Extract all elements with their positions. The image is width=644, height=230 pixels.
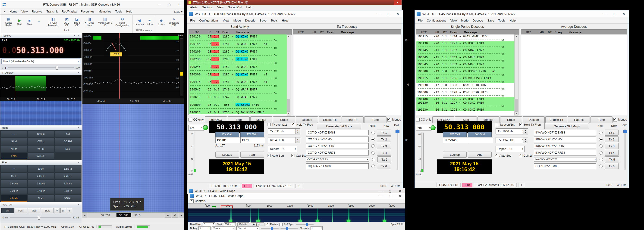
action-button[interactable]: Erase bbox=[500, 116, 522, 123]
tx-select-radio[interactable] bbox=[372, 131, 375, 134]
tx-select-radio[interactable] bbox=[599, 138, 602, 141]
tx-select-radio[interactable] bbox=[372, 151, 375, 155]
ribbon-button[interactable]: ▦ Select Radio bbox=[2, 17, 14, 27]
decode-row[interactable]: 6m bbox=[416, 94, 514, 97]
decode-row[interactable]: 190545-160.91740~CQ WR4F EM77 bbox=[189, 87, 287, 91]
cq-only-checkbox[interactable]: CQ only bbox=[188, 118, 204, 121]
filter-button[interactable]: 4.0kHz bbox=[1, 195, 27, 202]
maximize-button[interactable]: ▢ bbox=[383, 10, 393, 17]
pwr-slider[interactable] bbox=[395, 129, 400, 170]
controls-checkbox[interactable]: Controls bbox=[190, 200, 206, 203]
tx-select-radio[interactable] bbox=[372, 144, 375, 148]
ribbon-button[interactable]: ◩ AGC Off bbox=[62, 17, 72, 27]
pwr-slider[interactable] bbox=[623, 129, 627, 170]
tx-even-checkbox[interactable]: Tx even/1st bbox=[495, 123, 514, 126]
ribbon-button[interactable]: ◪ Bias-T Off bbox=[72, 17, 82, 27]
decode-row[interactable]: 190930-170.01300~K5WE K3XO +06 bbox=[416, 83, 514, 87]
rx-freq-spinner[interactable]: Rx 1948 Hz▲▼ bbox=[496, 137, 524, 143]
action-button[interactable]: Tune bbox=[590, 116, 612, 123]
tx-button[interactable]: Tx 3 bbox=[377, 143, 391, 149]
waterfall-zero-slider[interactable] bbox=[280, 228, 298, 229]
menu-item[interactable]: Transmit bbox=[44, 9, 60, 14]
if-display-header[interactable]: IF Display▾ bbox=[0, 70, 82, 75]
tx-message-field[interactable]: IK0VWO KD7YZ EM88 bbox=[534, 130, 596, 135]
menu-item[interactable]: Sound ON bbox=[226, 5, 244, 9]
scroll-right-icon[interactable]: ► bbox=[179, 213, 184, 218]
undo-icon[interactable]: ↺ bbox=[54, 208, 60, 213]
tx-select-radio[interactable] bbox=[599, 131, 602, 134]
filter-button[interactable]: 2.8kHz bbox=[28, 180, 54, 187]
tx-button[interactable]: Tx 4 bbox=[605, 150, 618, 156]
auto-seq-checkbox[interactable]: Auto Seq bbox=[267, 154, 284, 157]
agc-button[interactable]: Slow bbox=[41, 208, 54, 213]
tx-button[interactable]: Tx 5 bbox=[605, 156, 619, 162]
close-button[interactable]: ✕ bbox=[619, 10, 629, 17]
agc-button[interactable]: Fast bbox=[14, 208, 27, 213]
rx-panel-body[interactable] bbox=[293, 34, 401, 115]
scroll-down-icon[interactable]: ▼ bbox=[514, 113, 518, 115]
decode-row[interactable]: 190345-150.11762~CQ WR4F EM77 bbox=[416, 55, 514, 59]
tx-select-radio[interactable] bbox=[372, 138, 375, 141]
menu-item[interactable]: Home bbox=[8, 9, 19, 14]
tx-button[interactable]: Tx 5 bbox=[378, 156, 391, 162]
waterfall-gain-slider[interactable] bbox=[261, 228, 279, 229]
visual-gain-slider[interactable] bbox=[180, 38, 184, 96]
decode-row[interactable]: 190800-160.9856~CQ K3SWZ FN10 bbox=[189, 103, 287, 106]
hold-tx-checkbox[interactable]: Hold Tx Freq bbox=[520, 123, 541, 126]
mode-button[interactable]: USB bbox=[1, 153, 27, 160]
menu-item[interactable]: Help bbox=[124, 9, 134, 14]
decode-row[interactable]: 6m bbox=[416, 73, 514, 76]
generate-msgs-button[interactable]: Generate Std Msgs bbox=[544, 123, 589, 129]
decode-row[interactable]: 6m bbox=[189, 61, 287, 65]
report-spinner[interactable]: Report -15▲▼ bbox=[496, 146, 524, 152]
mode-header[interactable]: Mode▾ bbox=[0, 125, 82, 130]
menu-item[interactable]: Configurations bbox=[425, 18, 448, 23]
add-button[interactable]: Add bbox=[468, 152, 492, 158]
agc-button[interactable]: Med bbox=[28, 208, 40, 213]
band-select[interactable]: 6m▾ bbox=[188, 125, 204, 131]
scroll-down-icon[interactable]: ▼ bbox=[287, 113, 290, 115]
volume-slider[interactable] bbox=[8, 67, 74, 68]
mode-button[interactable]: AM bbox=[55, 131, 81, 137]
mode-button[interactable]: N-FM bbox=[1, 145, 27, 152]
rx-panel-body[interactable] bbox=[521, 34, 627, 115]
ribbon-button[interactable]: ◀ Previous bbox=[134, 18, 144, 26]
menu-item[interactable]: Rec/Playba bbox=[60, 9, 79, 14]
decode-row[interactable]: 6m bbox=[189, 106, 287, 110]
menus-checkbox[interactable]: Menus bbox=[614, 118, 627, 121]
tx-freq-spinner[interactable]: Tx 1040 Hz▲▼ bbox=[496, 128, 524, 134]
filter-button[interactable]: ••• bbox=[1, 165, 27, 172]
menu-item[interactable]: File bbox=[188, 18, 197, 23]
tx-button[interactable]: Tx 6 bbox=[605, 163, 618, 169]
ribbon-button[interactable]: ⚙ Radio Configuration bbox=[113, 17, 131, 27]
tx-sync-buttons[interactable]: ▲▼ bbox=[295, 128, 300, 134]
gain-slider[interactable] bbox=[10, 217, 71, 218]
decode-row[interactable]: 190245-81.91752~CQ WR4F EM77 bbox=[189, 65, 287, 68]
filter-button[interactable]: 2kHz bbox=[1, 173, 27, 180]
tx-select-radio[interactable] bbox=[599, 165, 602, 168]
decode-row[interactable]: 6m bbox=[189, 99, 287, 103]
tx-select-radio[interactable] bbox=[372, 165, 375, 168]
rf-spectrum[interactable]: -40 dBm-50 dBm-60 dBm-70 dBm-80 dBm-90 d… bbox=[82, 33, 184, 99]
menu-item[interactable]: Tools bbox=[496, 18, 507, 23]
dx-call-input[interactable]: IK0VWO bbox=[443, 137, 468, 143]
call-1st-checkbox[interactable]: Call 1st bbox=[519, 154, 533, 157]
scrollbar[interactable]: ▲▼ bbox=[287, 34, 291, 115]
auto-range-label[interactable]: Auto bbox=[178, 34, 183, 37]
menu-item[interactable]: Mode bbox=[231, 18, 243, 23]
decode-row[interactable]: 6m bbox=[416, 59, 514, 62]
zoom-button[interactable]: x2 bbox=[172, 213, 178, 218]
close-button[interactable]: ✕ bbox=[394, 0, 402, 5]
tx-button[interactable]: Tx 4 bbox=[377, 150, 391, 156]
filter-button[interactable]: 8kHz bbox=[28, 195, 54, 202]
maximize-button[interactable]: ▢ bbox=[164, 0, 174, 8]
generate-msgs-button[interactable]: Generate Std Msgs bbox=[317, 123, 361, 129]
decode-row[interactable]: 190130-171.91285~CQ K3XO FM19 bbox=[189, 34, 287, 38]
adjust-button[interactable]: Adjust... bbox=[251, 222, 264, 226]
add-button[interactable]: Add bbox=[240, 152, 264, 158]
scrollbar[interactable]: ▲▼ bbox=[514, 34, 518, 115]
decode-row[interactable]: 6m bbox=[189, 46, 287, 49]
dx-grid-input[interactable] bbox=[468, 137, 493, 143]
ribbon-button[interactable]: ◆ Extras bbox=[156, 18, 166, 26]
tx-button[interactable]: Tx 2 bbox=[605, 136, 618, 142]
